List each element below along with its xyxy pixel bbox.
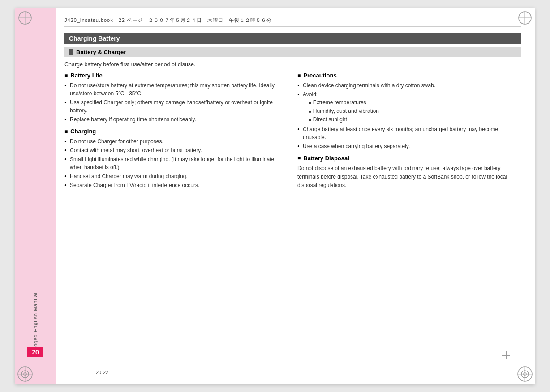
page: Abridged English Manual 20 J420_insatsu.… bbox=[15, 8, 535, 384]
charging-heading: Charging bbox=[64, 128, 288, 135]
list-item: Handset and Charger may warm during char… bbox=[64, 172, 288, 180]
right-column: Precautions Clean device charging termin… bbox=[297, 72, 521, 194]
list-item: Do not use/store battery at extreme temp… bbox=[64, 81, 288, 98]
left-column: Battery Life Do not use/store battery at… bbox=[64, 72, 288, 194]
charging-list: Do not use Charger for other purposes. C… bbox=[64, 137, 288, 189]
sub-section-bar: Battery & Charger bbox=[64, 47, 521, 57]
page-footer: 20-22 bbox=[96, 370, 108, 375]
main-content: J420_insatsu.book 22 ページ ２００７年５月２４日 木曜日 … bbox=[56, 8, 535, 384]
sub-section-label: Battery & Charger bbox=[76, 49, 126, 55]
two-column-layout: Battery Life Do not use/store battery at… bbox=[64, 72, 521, 194]
list-item: Clean device charging terminals with a d… bbox=[297, 81, 521, 89]
corner-decoration-br bbox=[516, 365, 534, 383]
intro-text: Charge battery before first use/after pe… bbox=[64, 61, 521, 68]
list-item: Replace battery if operating time shorte… bbox=[64, 115, 288, 124]
avoid-item: Direct sunlight bbox=[313, 115, 347, 124]
list-item: Use a case when carrying battery separat… bbox=[297, 142, 521, 150]
corner-decoration-tl bbox=[16, 9, 34, 27]
list-item: Contact with metal may short, overheat o… bbox=[64, 146, 288, 154]
sidebar: Abridged English Manual 20 bbox=[15, 8, 56, 384]
battery-disposal-text: Do not dispose of an exhausted battery w… bbox=[297, 164, 521, 190]
list-item: Do not use Charger for other purposes. bbox=[64, 137, 288, 145]
page-header: J420_insatsu.book 22 ページ ２００７年５月２４日 木曜日 … bbox=[64, 17, 521, 27]
battery-life-heading: Battery Life bbox=[64, 72, 288, 79]
list-item: Small Light illuminates red while chargi… bbox=[64, 155, 288, 171]
avoid-item: Extreme temperatures bbox=[313, 98, 366, 107]
page-number: 20 bbox=[27, 347, 43, 357]
corner-decoration-bl bbox=[16, 365, 34, 383]
corner-decoration-tr bbox=[516, 9, 534, 27]
page-outer: Abridged English Manual 20 J420_insatsu.… bbox=[0, 0, 550, 392]
avoid-item: Humidity, dust and vibration bbox=[313, 107, 379, 115]
battery-life-list: Do not use/store battery at extreme temp… bbox=[64, 81, 288, 124]
list-item: Separate Charger from TV/radio if interf… bbox=[64, 181, 288, 189]
precautions-heading: Precautions bbox=[297, 72, 521, 79]
section-title: Charging Battery bbox=[64, 33, 521, 44]
battery-disposal-heading: Battery Disposal bbox=[297, 155, 521, 162]
list-item: Charge battery at least once every six m… bbox=[297, 125, 521, 141]
list-item: Avoid: ■Extreme temperatures ■Humidity, … bbox=[297, 90, 521, 124]
precautions-list: Clean device charging terminals with a d… bbox=[297, 81, 521, 150]
sidebar-divider bbox=[52, 8, 52, 384]
list-item: Use specified Charger only; others may d… bbox=[64, 98, 288, 115]
avoid-sub-list: ■Extreme temperatures ■Humidity, dust an… bbox=[303, 98, 521, 124]
